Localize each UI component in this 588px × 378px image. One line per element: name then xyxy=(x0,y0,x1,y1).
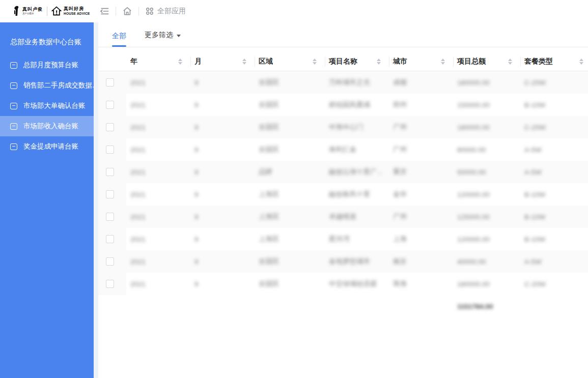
cell-month: 9 xyxy=(190,146,255,154)
sort-carets-icon[interactable] xyxy=(508,59,512,65)
row-select-cell xyxy=(98,138,126,161)
sidebar-item-label: 销售部二手房成交数据... xyxy=(23,81,94,90)
main-content: 全部 更多筛选 年月区域项目名称城市项目总额套餐类型 20219全国区万科城市之… xyxy=(98,22,588,378)
cell-year: 2021 xyxy=(126,191,190,198)
sidebar-item-label: 市场部收入确台账 xyxy=(23,122,78,131)
table-total-row: 1151784.00 xyxy=(98,295,588,317)
sidebar-item-3[interactable]: 市场部收入确台账 xyxy=(0,116,94,136)
cell-package: C-20W xyxy=(520,124,588,131)
sort-carets-icon[interactable] xyxy=(377,59,381,65)
logo-secondary-title: 真叫好房 xyxy=(64,7,90,12)
all-apps-button[interactable]: 全部应用 xyxy=(145,7,186,16)
chevron-down-icon xyxy=(177,35,181,37)
home-button[interactable] xyxy=(122,6,132,16)
cell-package: B-10W xyxy=(520,191,588,198)
sort-carets-icon[interactable] xyxy=(579,59,583,65)
ledger-icon xyxy=(10,143,17,150)
cell-region: 全国区 xyxy=(255,145,325,154)
sidebar: 总部业务数据中心台账 总部月度预算台账销售部二手房成交数据...市场部大单确认台… xyxy=(0,22,94,378)
cell-amount: 180000.00 xyxy=(453,124,520,131)
column-header-1[interactable]: 月 xyxy=(190,52,255,71)
cell-region: 全国区 xyxy=(255,279,325,288)
cell-project: 星河湾 xyxy=(325,235,389,244)
header-column-separator xyxy=(520,56,521,67)
toolbar-separator xyxy=(116,7,116,16)
sidebar-item-4[interactable]: 奖金提成申请台账 xyxy=(0,136,94,157)
row-checkbox[interactable] xyxy=(106,101,114,109)
cell-project: 金地梦想城市 xyxy=(325,257,389,266)
column-header-label: 城市 xyxy=(393,57,407,66)
cell-amount: 150000.00 xyxy=(453,101,520,109)
more-filters-label: 更多筛选 xyxy=(145,31,173,40)
ledger-icon xyxy=(10,123,17,130)
row-checkbox[interactable] xyxy=(106,78,114,86)
sidebar-item-label: 总部月度预算台账 xyxy=(23,61,78,70)
sort-carets-icon[interactable] xyxy=(178,59,182,65)
cell-city: 成都 xyxy=(389,78,453,87)
cell-month: 9 xyxy=(190,213,255,221)
cell-year: 2021 xyxy=(126,79,190,86)
column-header-label: 项目总额 xyxy=(457,57,486,66)
row-checkbox[interactable] xyxy=(106,235,114,243)
cell-region: 全国区 xyxy=(255,123,325,132)
cell-year: 2021 xyxy=(126,146,190,154)
cell-amount: 180000.00 xyxy=(453,280,520,288)
row-checkbox[interactable] xyxy=(106,257,114,266)
toolbar-separator xyxy=(138,7,139,16)
cell-project: 保利汇金 xyxy=(325,145,389,154)
sidebar-item-1[interactable]: 销售部二手房成交数据... xyxy=(0,75,94,96)
row-checkbox[interactable] xyxy=(106,123,114,131)
menu-fold-icon xyxy=(99,6,109,16)
more-filters-dropdown[interactable]: 更多筛选 xyxy=(145,31,181,47)
zhenjiao-lujun-logo-icon xyxy=(13,6,20,17)
cell-month: 9 xyxy=(190,191,255,198)
cell-month: 9 xyxy=(190,236,255,243)
cell-year: 2021 xyxy=(126,258,190,266)
cell-amount: 180000.00 xyxy=(453,79,520,86)
column-header-5[interactable]: 项目总额 xyxy=(453,52,520,71)
row-select-cell xyxy=(98,206,126,228)
column-header-2[interactable]: 区域 xyxy=(255,52,325,71)
table-row: 20219全国区中海中心门广州180000.00C-20W xyxy=(98,116,588,138)
cell-package: C-20W xyxy=(520,79,588,86)
column-header-6[interactable]: 套餐类型 xyxy=(520,52,588,71)
cell-region: 上海区 xyxy=(255,190,325,199)
cell-project: 万科城市之光 xyxy=(325,78,389,87)
sort-carets-icon[interactable] xyxy=(441,59,445,65)
row-select-cell xyxy=(98,71,126,94)
table-row: 20219上海区卓越维港广州125000.00B-10W xyxy=(98,206,588,228)
column-header-0[interactable]: 年 xyxy=(126,52,190,71)
cell-year: 2021 xyxy=(126,236,190,243)
collapse-sidebar-button[interactable] xyxy=(99,6,109,16)
sidebar-title: 总部业务数据中心台账 xyxy=(0,22,94,47)
column-header-label: 项目名称 xyxy=(329,57,357,66)
cell-city: 珠海 xyxy=(389,279,453,288)
house-advice-logo-icon xyxy=(51,6,62,16)
cell-package: A-5W xyxy=(520,258,588,266)
cell-city: 郑州 xyxy=(389,100,453,109)
header-column-separator xyxy=(190,56,191,67)
row-checkbox[interactable] xyxy=(106,168,114,176)
row-checkbox[interactable] xyxy=(106,190,114,198)
row-checkbox[interactable] xyxy=(106,280,114,288)
cell-month: 9 xyxy=(190,79,255,86)
filter-tabbar: 全部 更多筛选 xyxy=(98,22,588,47)
row-checkbox[interactable] xyxy=(106,146,114,154)
cell-amount: 120000.00 xyxy=(453,191,520,198)
logo-primary-tagline: 房产自媒体 xyxy=(22,12,41,15)
sort-carets-icon[interactable] xyxy=(313,59,317,65)
column-header-3[interactable]: 项目名称 xyxy=(325,52,389,71)
column-header-4[interactable]: 城市 xyxy=(389,52,453,71)
logo-secondary-subtitle: HOUSE ADVICE xyxy=(64,12,90,15)
sidebar-item-0[interactable]: 总部月度预算台账 xyxy=(0,55,94,75)
table-row: 20219全国区万科城市之光成都180000.00C-20W xyxy=(98,71,588,94)
header-column-separator xyxy=(255,56,255,67)
cell-package: B-10W xyxy=(520,213,588,221)
all-apps-label: 全部应用 xyxy=(157,7,186,16)
cell-month: 9 xyxy=(190,124,255,131)
sort-carets-icon[interactable] xyxy=(242,59,246,65)
tab-all[interactable]: 全部 xyxy=(112,32,126,47)
column-header-label: 月 xyxy=(194,57,202,66)
row-checkbox[interactable] xyxy=(106,213,114,221)
sidebar-item-2[interactable]: 市场部大单确认台账 xyxy=(0,96,94,116)
